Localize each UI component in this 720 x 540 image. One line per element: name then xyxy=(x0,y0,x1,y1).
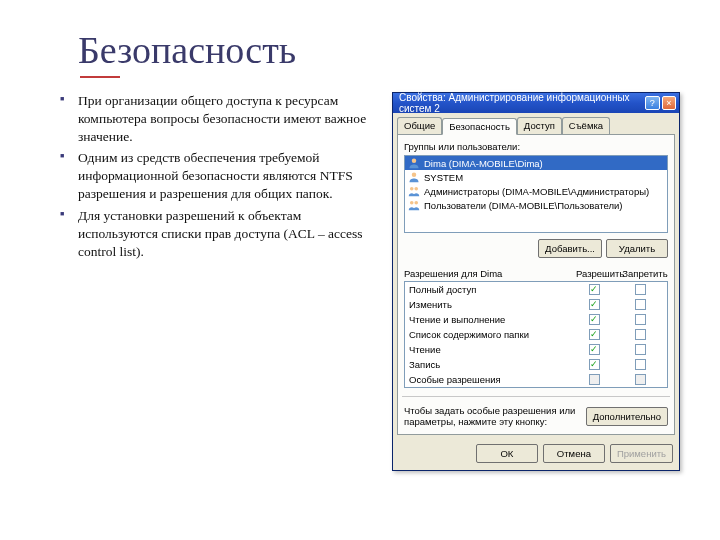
permission-row: Полный доступ✓ xyxy=(405,282,667,297)
user-label: Администраторы (DIMA-MOBILE\Администрато… xyxy=(424,186,649,197)
tab-general[interactable]: Общие xyxy=(397,117,442,134)
permission-name: Особые разрешения xyxy=(409,374,571,385)
separator xyxy=(402,396,670,397)
permission-name: Полный доступ xyxy=(409,284,571,295)
user-row[interactable]: SYSTEM xyxy=(405,170,667,184)
permission-row: Чтение✓ xyxy=(405,342,667,357)
advanced-hint: Чтобы задать особые разрешения или парам… xyxy=(404,405,580,428)
deny-checkbox[interactable] xyxy=(635,329,646,340)
dialog-title: Свойства: Администрирование информационн… xyxy=(399,92,643,114)
user-row[interactable]: Администраторы (DIMA-MOBILE\Администрато… xyxy=(405,184,667,198)
bullet-item: При организации общего доступа к ресурса… xyxy=(60,92,376,145)
svg-point-0 xyxy=(412,159,417,164)
allow-checkbox[interactable]: ✓ xyxy=(589,314,600,325)
allow-checkbox[interactable]: ✓ xyxy=(589,299,600,310)
bullet-list: При организации общего доступа к ресурса… xyxy=(60,92,376,264)
svg-point-4 xyxy=(410,201,414,205)
apply-button[interactable]: Применить xyxy=(610,444,673,463)
deny-checkbox[interactable] xyxy=(635,284,646,295)
permission-name: Запись xyxy=(409,359,571,370)
deny-checkbox[interactable] xyxy=(635,359,646,370)
user-row[interactable]: Пользователи (DIMA-MOBILE\Пользователи) xyxy=(405,198,667,212)
user-icon xyxy=(408,157,420,169)
allow-checkbox[interactable]: ✓ xyxy=(589,359,600,370)
users-listbox[interactable]: Dima (DIMA-MOBILE\Dima) SYSTEM Администр… xyxy=(404,155,668,233)
properties-dialog: Свойства: Администрирование информационн… xyxy=(392,92,680,471)
svg-point-3 xyxy=(414,187,418,191)
tab-security[interactable]: Безопасность xyxy=(442,118,517,135)
bullet-item: Для установки разрешений к объектам испо… xyxy=(60,207,376,260)
column-deny: Запретить xyxy=(622,268,668,279)
user-label: Пользователи (DIMA-MOBILE\Пользователи) xyxy=(424,200,622,211)
cancel-button[interactable]: Отмена xyxy=(543,444,605,463)
tab-panel-security: Группы или пользователи: Dima (DIMA-MOBI… xyxy=(397,134,675,435)
allow-checkbox[interactable]: ✓ xyxy=(589,329,600,340)
title-underline xyxy=(80,76,120,78)
allow-checkbox[interactable]: ✓ xyxy=(589,284,600,295)
allow-checkbox[interactable] xyxy=(589,374,600,385)
tab-strip: Общие Безопасность Доступ Съёмка xyxy=(393,113,679,134)
permission-row: Изменить✓ xyxy=(405,297,667,312)
advanced-button[interactable]: Дополнительно xyxy=(586,407,668,426)
permission-row: Список содержимого папки✓ xyxy=(405,327,667,342)
group-icon xyxy=(408,199,420,211)
user-label: SYSTEM xyxy=(424,172,463,183)
deny-checkbox[interactable] xyxy=(635,344,646,355)
permission-name: Список содержимого папки xyxy=(409,329,571,340)
permission-row: Особые разрешения xyxy=(405,372,667,387)
tab-sharing[interactable]: Доступ xyxy=(517,117,562,134)
dialog-titlebar[interactable]: Свойства: Администрирование информационн… xyxy=(393,93,679,113)
bullet-item: Одним из средств обеспечения требуемой и… xyxy=(60,149,376,202)
svg-point-5 xyxy=(414,201,418,205)
deny-checkbox[interactable] xyxy=(635,299,646,310)
permissions-list: Полный доступ✓Изменить✓Чтение и выполнен… xyxy=(404,281,668,388)
user-icon xyxy=(408,171,420,183)
slide-title: Безопасность xyxy=(78,28,680,72)
deny-checkbox[interactable] xyxy=(635,314,646,325)
add-button[interactable]: Добавить... xyxy=(538,239,602,258)
remove-button[interactable]: Удалить xyxy=(606,239,668,258)
close-button[interactable]: × xyxy=(662,96,676,110)
permission-name: Изменить xyxy=(409,299,571,310)
user-row[interactable]: Dima (DIMA-MOBILE\Dima) xyxy=(405,156,667,170)
permission-row: Запись✓ xyxy=(405,357,667,372)
permission-name: Чтение xyxy=(409,344,571,355)
help-button[interactable]: ? xyxy=(645,96,659,110)
permissions-label: Разрешения для Dima xyxy=(404,268,576,279)
permission-row: Чтение и выполнение✓ xyxy=(405,312,667,327)
svg-point-2 xyxy=(410,187,414,191)
group-icon xyxy=(408,185,420,197)
user-label: Dima (DIMA-MOBILE\Dima) xyxy=(424,158,543,169)
allow-checkbox[interactable]: ✓ xyxy=(589,344,600,355)
deny-checkbox[interactable] xyxy=(635,374,646,385)
column-allow: Разрешить xyxy=(576,268,622,279)
ok-button[interactable]: ОК xyxy=(476,444,538,463)
groups-label: Группы или пользователи: xyxy=(404,141,668,152)
tab-other[interactable]: Съёмка xyxy=(562,117,610,134)
permission-name: Чтение и выполнение xyxy=(409,314,571,325)
svg-point-1 xyxy=(412,173,417,178)
